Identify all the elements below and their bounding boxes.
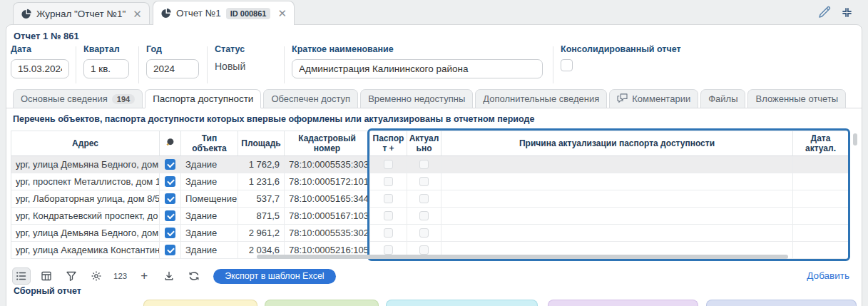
cell-object-type[interactable]: Здание — [181, 208, 238, 225]
short-name-input[interactable] — [292, 59, 543, 78]
col-passport[interactable]: Паспорт + — [370, 131, 407, 156]
cell-object-type[interactable]: Здание — [181, 242, 238, 259]
cell-address[interactable]: ург, проспект Металлистов, дом 1 — [11, 173, 160, 190]
table-view-icon[interactable] — [37, 267, 56, 285]
col-address[interactable]: Адрес — [11, 131, 160, 156]
tab-nested-reports[interactable]: Вложенные отчеты — [747, 89, 846, 108]
passport-checkbox[interactable] — [384, 211, 393, 220]
cell-address[interactable]: ург, улица Академика Константин — [11, 242, 160, 259]
cell-actual[interactable] — [407, 173, 441, 190]
tab-accessibility-passports[interactable]: Паспорта доступности — [145, 89, 261, 108]
cell-object-type[interactable]: Здание — [181, 173, 238, 190]
cell-object-type[interactable]: Здание — [181, 225, 238, 242]
tab-access-provided[interactable]: Обеспечен доступ — [263, 89, 358, 108]
cell-reason[interactable] — [441, 156, 793, 173]
cell-object-type[interactable]: Здание — [181, 156, 238, 173]
numbers-icon[interactable]: 123 — [112, 267, 128, 285]
cell-address[interactable]: ург, Лабораторная улица, дом 8/5 — [11, 190, 160, 208]
cell-passport[interactable] — [370, 156, 407, 173]
tab-main-info[interactable]: Основные сведения194 — [13, 89, 143, 108]
cell-date[interactable] — [793, 242, 849, 259]
cell-selected[interactable] — [160, 190, 181, 208]
cell-passport[interactable] — [370, 225, 407, 242]
cell-date[interactable] — [793, 156, 849, 173]
tab-comments[interactable]: Комментарии — [609, 89, 698, 108]
cell-actual[interactable] — [407, 208, 441, 225]
cell-date[interactable] — [793, 208, 849, 225]
date-input[interactable] — [11, 59, 69, 78]
passport-checkbox[interactable] — [384, 228, 393, 238]
tab-additional-info[interactable]: Дополнительные сведения — [475, 89, 607, 108]
edit-pencil-icon[interactable] — [817, 5, 832, 22]
cell-reason[interactable] — [441, 208, 793, 225]
cell-address[interactable]: ург, Кондратьевский проспект, до — [11, 208, 160, 225]
summary-tab-2[interactable] — [265, 300, 379, 306]
window-tab-journal[interactable]: Журнал "Отчет №1" ✕ — [13, 2, 150, 24]
close-icon[interactable]: ✕ — [277, 8, 287, 19]
cell-passport[interactable] — [370, 208, 407, 225]
filter-icon[interactable] — [62, 267, 81, 285]
cell-address[interactable]: ург, улица Демьяна Бедного, дом — [11, 225, 160, 242]
export-excel-button[interactable]: Экспорт в шаблон Excel — [213, 269, 335, 284]
refresh-icon[interactable] — [185, 267, 203, 285]
summary-tab-1[interactable] — [143, 300, 257, 306]
col-actualization-date[interactable]: Дата актуал. — [793, 131, 849, 156]
cell-passport[interactable] — [370, 190, 407, 208]
cell-cadastral[interactable]: 78:10:0005535:3039 — [285, 156, 370, 173]
col-object-icon[interactable] — [160, 131, 181, 156]
consolidated-checkbox[interactable] — [561, 59, 573, 71]
cell-cadastral[interactable]: 78:10:0005535:3028 — [285, 225, 370, 242]
cell-selected[interactable] — [160, 225, 181, 242]
actual-checkbox[interactable] — [419, 160, 429, 169]
col-object-type[interactable]: Тип объекта — [181, 131, 238, 156]
cell-area[interactable]: 1 762,9 — [238, 156, 285, 173]
row-checkbox[interactable] — [165, 193, 175, 204]
close-icon[interactable]: ✕ — [133, 9, 142, 19]
horizontal-scrollbar[interactable] — [257, 255, 788, 259]
passport-checkbox[interactable] — [384, 177, 393, 186]
cell-reason[interactable] — [441, 190, 793, 208]
tab-temporarily-unavailable[interactable]: Временно недоступны — [360, 89, 473, 108]
summary-tab-5[interactable] — [706, 300, 857, 306]
actual-checkbox[interactable] — [419, 211, 429, 220]
collapse-icon[interactable] — [841, 6, 853, 21]
cell-actual[interactable] — [407, 190, 441, 208]
passport-checkbox[interactable] — [384, 160, 393, 169]
window-tab-report[interactable]: Отчет №1 ID 000861 ✕ — [153, 1, 295, 25]
cell-address[interactable]: ург, улица Демьяна Бедного, дом — [11, 156, 160, 173]
cell-selected[interactable] — [160, 173, 181, 190]
cell-date[interactable] — [793, 225, 849, 242]
cell-cadastral[interactable]: 78:10:0005172:1013 — [285, 173, 370, 190]
cell-area[interactable]: 1 231,6 — [238, 173, 285, 190]
quarter-input[interactable] — [83, 59, 129, 78]
add-column-icon[interactable]: + — [135, 267, 153, 285]
cell-reason[interactable] — [441, 173, 793, 190]
vertical-scrollbar[interactable] — [853, 133, 857, 146]
cell-object-type[interactable]: Помещение — [181, 190, 238, 208]
cell-area[interactable]: 537,7 — [238, 190, 285, 208]
tab-files[interactable]: Файлы — [700, 89, 745, 108]
col-actual[interactable]: Актуально — [407, 131, 441, 156]
cell-cadastral[interactable]: 78:10:0005165:344 — [285, 190, 370, 208]
cell-cadastral[interactable]: 78:10:0005167:1039 — [285, 208, 370, 225]
col-actualization-reason[interactable]: Причина актуализации паспорта доступност… — [441, 131, 793, 156]
row-checkbox[interactable] — [165, 176, 175, 187]
year-input[interactable] — [146, 59, 199, 78]
cell-date[interactable] — [793, 190, 849, 208]
download-icon[interactable] — [160, 267, 178, 285]
summary-tab-4[interactable] — [548, 300, 698, 306]
cell-reason[interactable] — [441, 225, 793, 242]
passport-checkbox[interactable] — [384, 194, 393, 203]
cell-actual[interactable] — [407, 156, 441, 173]
actual-checkbox[interactable] — [419, 228, 429, 238]
cell-date[interactable] — [793, 173, 849, 190]
cell-area[interactable]: 2 961,2 — [238, 225, 285, 242]
cell-selected[interactable] — [160, 156, 181, 173]
row-checkbox[interactable] — [165, 245, 175, 255]
cell-selected[interactable] — [160, 208, 181, 225]
row-checkbox[interactable] — [165, 210, 175, 221]
cell-actual[interactable] — [407, 225, 441, 242]
col-cadastral-number[interactable]: Кадастровый номер — [285, 131, 370, 156]
add-row-link[interactable]: Добавить — [807, 270, 849, 281]
col-area[interactable]: Площадь — [238, 131, 285, 156]
